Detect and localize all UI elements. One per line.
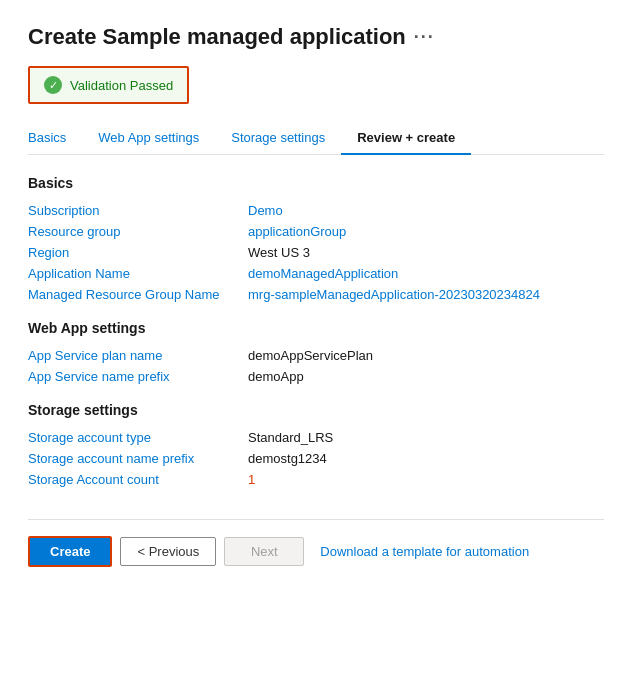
create-button[interactable]: Create: [28, 536, 112, 567]
validation-text: Validation Passed: [70, 78, 173, 93]
field-subscription: Subscription Demo: [28, 203, 604, 218]
tab-bar: Basics Web App settings Storage settings…: [28, 122, 604, 155]
next-button: Next: [224, 537, 304, 566]
page-title: Create Sample managed application ···: [28, 24, 604, 50]
field-value-subscription[interactable]: Demo: [248, 203, 283, 218]
field-value-region: West US 3: [248, 245, 310, 260]
more-icon[interactable]: ···: [414, 27, 435, 48]
field-label-resource-group: Resource group: [28, 224, 248, 239]
field-value-storage-type: Standard_LRS: [248, 430, 333, 445]
field-value-storage-prefix: demostg1234: [248, 451, 327, 466]
field-region: Region West US 3: [28, 245, 604, 260]
field-value-resource-group[interactable]: applicationGroup: [248, 224, 346, 239]
field-app-service-plan: App Service plan name demoAppServicePlan: [28, 348, 604, 363]
field-value-storage-count: 1: [248, 472, 255, 487]
field-label-app-service-plan: App Service plan name: [28, 348, 248, 363]
field-label-app-name: Application Name: [28, 266, 248, 281]
field-value-app-service-plan: demoAppServicePlan: [248, 348, 373, 363]
field-app-name: Application Name demoManagedApplication: [28, 266, 604, 281]
field-label-storage-prefix: Storage account name prefix: [28, 451, 248, 466]
field-label-managed-rg: Managed Resource Group Name: [28, 287, 248, 302]
webapp-section: Web App settings App Service plan name d…: [28, 320, 604, 384]
field-value-managed-rg[interactable]: mrg-sampleManagedApplication-20230320234…: [248, 287, 540, 302]
field-label-region: Region: [28, 245, 248, 260]
field-label-subscription: Subscription: [28, 203, 248, 218]
title-text: Create Sample managed application: [28, 24, 406, 50]
tab-storage[interactable]: Storage settings: [215, 122, 341, 155]
storage-section-title: Storage settings: [28, 402, 604, 418]
tab-review[interactable]: Review + create: [341, 122, 471, 155]
field-storage-prefix: Storage account name prefix demostg1234: [28, 451, 604, 466]
field-label-storage-type: Storage account type: [28, 430, 248, 445]
validation-check-icon: ✓: [44, 76, 62, 94]
storage-section: Storage settings Storage account type St…: [28, 402, 604, 487]
field-storage-count: Storage Account count 1: [28, 472, 604, 487]
field-value-app-service-prefix: demoApp: [248, 369, 304, 384]
field-label-app-service-prefix: App Service name prefix: [28, 369, 248, 384]
basics-section: Basics Subscription Demo Resource group …: [28, 175, 604, 302]
validation-banner: ✓ Validation Passed: [28, 66, 189, 104]
field-app-service-prefix: App Service name prefix demoApp: [28, 369, 604, 384]
field-resource-group: Resource group applicationGroup: [28, 224, 604, 239]
field-managed-rg: Managed Resource Group Name mrg-sampleMa…: [28, 287, 604, 302]
footer-actions: Create < Previous Next Download a templa…: [28, 519, 604, 567]
field-value-app-name[interactable]: demoManagedApplication: [248, 266, 398, 281]
webapp-section-title: Web App settings: [28, 320, 604, 336]
basics-section-title: Basics: [28, 175, 604, 191]
field-storage-type: Storage account type Standard_LRS: [28, 430, 604, 445]
tab-basics[interactable]: Basics: [28, 122, 82, 155]
field-label-storage-count: Storage Account count: [28, 472, 248, 487]
download-template-link[interactable]: Download a template for automation: [312, 538, 537, 565]
previous-button[interactable]: < Previous: [120, 537, 216, 566]
tab-webapp[interactable]: Web App settings: [82, 122, 215, 155]
